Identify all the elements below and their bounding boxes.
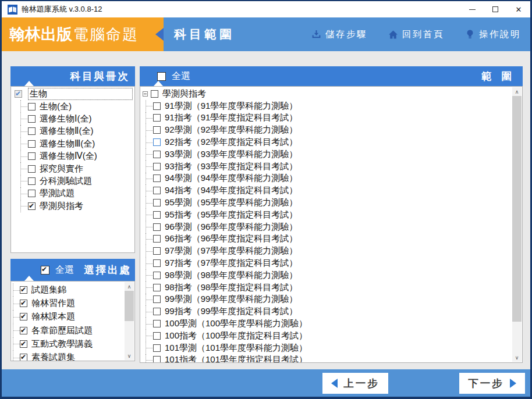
subject-item[interactable]: 學測試題 [11, 187, 134, 200]
checkbox[interactable] [153, 199, 161, 206]
scope-item[interactable]: 95學測（95學年度學科能力測驗） [140, 197, 512, 209]
source-item[interactable]: 試題集錦 [11, 283, 134, 297]
select-all-checkbox[interactable] [157, 72, 166, 81]
checkbox[interactable] [15, 90, 22, 98]
source-item[interactable]: 翰林習作題 [11, 297, 134, 310]
checkbox[interactable] [28, 165, 36, 173]
subject-item[interactable]: 選修生物Ⅲ(全) [11, 138, 134, 150]
scope-item[interactable]: 98學測（98學年度學科能力測驗） [140, 269, 512, 282]
close-button[interactable]: ✕ [507, 1, 530, 17]
checkbox[interactable] [153, 308, 161, 315]
scope-item[interactable]: 99指考（99學年度指定科目考試） [140, 305, 512, 318]
checkbox[interactable] [153, 163, 161, 170]
subject-item[interactable]: 分科測驗試題 [11, 175, 134, 187]
source-select-all[interactable]: 全選 [41, 264, 74, 276]
checkbox[interactable] [28, 202, 36, 210]
scope-item[interactable]: 96學測（96學年度學科能力測驗） [140, 221, 512, 233]
checkbox[interactable] [153, 284, 161, 291]
scope-item[interactable]: 94指考（94學年度指定科目考試） [140, 184, 512, 197]
scope-item[interactable]: 97指考（97學年度指定科目考試） [140, 257, 512, 269]
checkbox[interactable] [153, 102, 161, 110]
previous-step-button[interactable]: 上一步 [322, 373, 388, 394]
checkbox[interactable] [153, 174, 161, 182]
minimize-button[interactable] [460, 1, 484, 17]
subject-item[interactable]: 選修生物Ⅳ(全) [11, 150, 134, 162]
scope-select-all[interactable]: 全選 [157, 70, 190, 83]
checkbox[interactable] [153, 138, 161, 146]
checkbox[interactable] [153, 259, 161, 267]
checkbox[interactable] [20, 340, 27, 348]
scope-item[interactable]: 95指考（95學年度指定科目考試） [140, 209, 512, 221]
checkbox[interactable] [151, 90, 158, 98]
subject-root-item[interactable]: 生物 [11, 88, 134, 100]
subject-item[interactable]: 生物(全) [11, 100, 134, 112]
scope-item[interactable]: 94學測（94學年度學科能力測驗） [140, 173, 512, 185]
select-all-checkbox[interactable] [41, 266, 49, 275]
scroll-down-icon[interactable]: ∨ [512, 353, 522, 362]
scrollbar-thumb[interactable] [512, 96, 522, 322]
subject-item[interactable]: 選修生物Ⅱ(全) [11, 125, 134, 137]
scope-root-item[interactable]: 學測與指考 [140, 88, 512, 100]
scope-item[interactable]: 97學測（97學年度學科能力測驗） [140, 245, 512, 257]
checkbox[interactable] [153, 114, 161, 122]
checkbox[interactable] [153, 272, 161, 279]
scope-item[interactable]: 101指考（101學年度指定科目考試） [140, 354, 512, 363]
maximize-button[interactable] [484, 1, 507, 17]
checkbox[interactable] [28, 177, 36, 185]
checkbox[interactable] [153, 247, 161, 255]
checkbox[interactable] [28, 140, 36, 148]
help-button[interactable]: 操作說明 [465, 28, 521, 41]
scope-item[interactable]: 92指考（92學年度指定科目考試） [140, 136, 512, 148]
source-item[interactable]: 翰林課本題 [11, 310, 134, 323]
right-arrow-icon [510, 379, 516, 388]
checkbox[interactable] [153, 126, 161, 134]
scope-item[interactable]: 93學測（93學年度學科能力測驗） [140, 148, 512, 161]
source-item[interactable]: 素養試題集 [11, 351, 134, 361]
checkbox[interactable] [28, 103, 36, 111]
checkbox[interactable] [153, 223, 161, 231]
checkbox[interactable] [28, 190, 36, 197]
scope-item[interactable]: 92學測（92學年度學科能力測驗） [140, 124, 512, 136]
checkbox[interactable] [28, 127, 36, 135]
checkbox[interactable] [153, 295, 161, 303]
checkbox[interactable] [153, 211, 161, 219]
scroll-up-icon[interactable]: ∧ [125, 282, 134, 291]
checkbox[interactable] [28, 152, 36, 160]
scrollbar-thumb[interactable] [125, 291, 134, 321]
home-button[interactable]: 回到首頁 [388, 28, 444, 41]
checkbox[interactable] [153, 235, 161, 243]
checkbox[interactable] [153, 332, 161, 340]
scope-scrollbar[interactable]: ∧ ∨ [512, 87, 522, 362]
scroll-down-icon[interactable]: ∨ [125, 351, 134, 360]
source-scrollbar[interactable]: ∧ ∨ [125, 282, 134, 360]
subject-item[interactable]: 選修生物Ⅰ(全) [11, 113, 134, 125]
subject-item[interactable]: 探究與實作 [11, 162, 134, 174]
checkbox[interactable] [20, 354, 27, 361]
scope-item[interactable]: 91學測（91學年度學科能力測驗） [140, 100, 512, 112]
scope-item[interactable]: 101學測（101學年度學科能力測驗） [140, 342, 512, 354]
checkbox[interactable] [20, 300, 27, 307]
checkbox[interactable] [20, 327, 27, 334]
checkbox[interactable] [153, 356, 161, 363]
scope-item[interactable]: 93指考（93學年度指定科目考試） [140, 161, 512, 173]
checkbox[interactable] [153, 151, 161, 158]
collapse-icon[interactable] [143, 91, 148, 97]
subject-item[interactable]: 學測與指考 [11, 200, 134, 212]
source-item[interactable]: 互動式教學講義 [11, 337, 134, 351]
checkbox[interactable] [153, 320, 161, 327]
checkbox[interactable] [153, 344, 161, 352]
save-steps-button[interactable]: 儲存步驟 [311, 28, 367, 41]
scope-item[interactable]: 98指考（98學年度指定科目考試） [140, 282, 512, 294]
checkbox[interactable] [20, 286, 27, 294]
source-item[interactable]: 各章節歷屆試題 [11, 324, 134, 337]
scope-item[interactable]: 99學測（99學年度學科能力測驗） [140, 294, 512, 306]
scope-item[interactable]: 100學測（100學年度學科能力測驗） [140, 318, 512, 330]
scope-item[interactable]: 91指考（91學年度指定科目考試） [140, 112, 512, 124]
checkbox[interactable] [153, 187, 161, 194]
scope-item[interactable]: 100指考（100學年度指定科目考試） [140, 330, 512, 342]
checkbox[interactable] [20, 313, 27, 320]
scope-item[interactable]: 96指考（96學年度指定科目考試） [140, 233, 512, 245]
scroll-up-icon[interactable]: ∧ [512, 87, 522, 96]
next-step-button[interactable]: 下一步 [459, 373, 525, 394]
checkbox[interactable] [28, 115, 36, 123]
